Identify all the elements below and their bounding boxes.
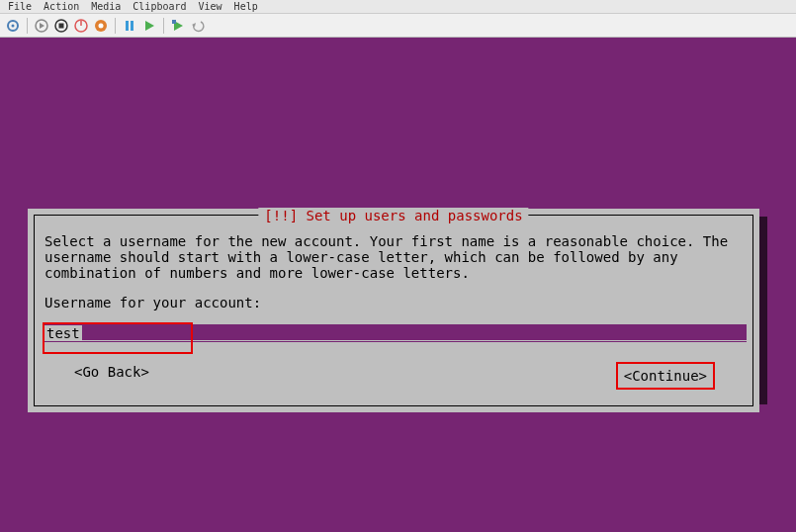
- menu-action[interactable]: Action: [44, 1, 79, 12]
- go-back-button[interactable]: <Go Back>: [74, 364, 149, 388]
- menu-view[interactable]: View: [199, 1, 222, 12]
- username-value: test: [44, 325, 82, 341]
- title-prefix: [!!]: [264, 208, 306, 223]
- svg-rect-11: [131, 21, 133, 31]
- svg-rect-14: [172, 20, 176, 24]
- dialog-prompt: Username for your account:: [44, 295, 743, 310]
- username-input[interactable]: test: [44, 324, 747, 342]
- continue-button[interactable]: <Continue>: [624, 368, 707, 384]
- dialog-body: Select a username for the new account. Y…: [44, 233, 743, 281]
- snapshot-icon[interactable]: [169, 17, 187, 35]
- svg-rect-5: [59, 23, 64, 28]
- svg-marker-3: [40, 23, 44, 29]
- pause-icon[interactable]: [121, 17, 138, 35]
- gear-icon[interactable]: [4, 17, 22, 35]
- title-text: Set up users and passwords: [307, 208, 523, 223]
- separator: [27, 18, 28, 34]
- shutdown-icon[interactable]: [72, 17, 90, 35]
- menu-clipboard[interactable]: Clipboard: [133, 1, 186, 12]
- input-underline: [80, 340, 747, 341]
- play-icon[interactable]: [140, 17, 158, 35]
- power-icon[interactable]: [92, 17, 110, 35]
- menubar: File Action Media Clipboard View Help: [0, 0, 796, 14]
- svg-rect-10: [126, 21, 129, 31]
- svg-point-9: [99, 23, 104, 28]
- separator: [163, 18, 164, 34]
- toolbar: [0, 14, 796, 38]
- vm-screen: [!!] Set up users and passwords Select a…: [0, 38, 796, 532]
- stop-icon[interactable]: [52, 17, 70, 35]
- svg-marker-12: [145, 21, 154, 31]
- svg-point-1: [12, 24, 15, 27]
- menu-file[interactable]: File: [8, 1, 32, 12]
- separator: [115, 18, 116, 34]
- menu-media[interactable]: Media: [91, 1, 121, 12]
- menu-help[interactable]: Help: [234, 1, 258, 12]
- dialog-title: [!!] Set up users and passwords: [258, 208, 528, 223]
- highlight-continue: <Continue>: [618, 364, 713, 388]
- start-icon[interactable]: [33, 17, 50, 35]
- installer-dialog: [!!] Set up users and passwords Select a…: [28, 209, 759, 412]
- undo-icon[interactable]: [189, 17, 207, 35]
